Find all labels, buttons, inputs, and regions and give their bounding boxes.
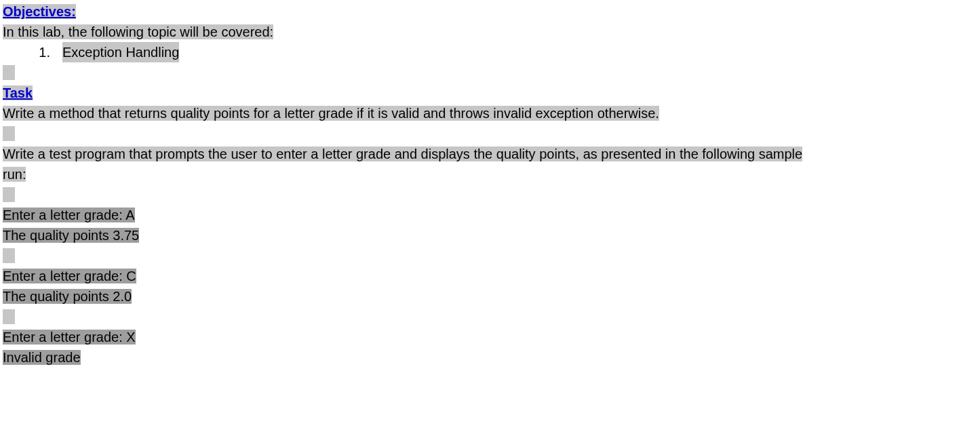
sample-result: Invalid grade xyxy=(3,350,81,365)
task-desc-2: Write a test program that prompts the us… xyxy=(3,146,802,161)
spacer-block xyxy=(3,248,15,263)
spacer-block xyxy=(3,65,15,80)
task-desc-2b: run: xyxy=(3,167,26,182)
objectives-intro: In this lab, the following topic will be… xyxy=(3,24,273,39)
list-text: Exception Handling xyxy=(62,42,179,62)
list-item: 1. Exception Handling xyxy=(3,42,977,62)
sample-prompt: Enter a letter grade: A xyxy=(3,208,135,222)
task-desc-1: Write a method that returns quality poin… xyxy=(3,106,659,121)
spacer-block xyxy=(3,309,15,324)
spacer-block xyxy=(3,187,15,202)
sample-prompt: Enter a letter grade: X xyxy=(3,330,136,345)
list-number: 1. xyxy=(3,42,50,62)
sample-prompt: Enter a letter grade: C xyxy=(3,269,136,283)
sample-result: The quality points 2.0 xyxy=(3,289,132,304)
task-heading: Task xyxy=(3,85,33,100)
sample-result: The quality points 3.75 xyxy=(3,228,139,243)
spacer-block xyxy=(3,126,15,141)
objectives-heading: Objectives: xyxy=(3,4,76,19)
